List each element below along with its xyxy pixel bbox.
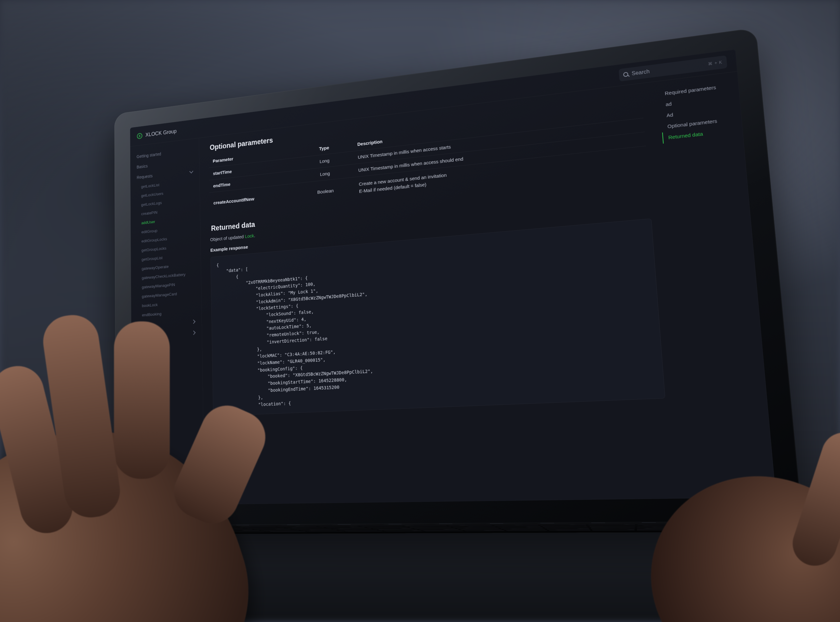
brand-logo-icon: X	[137, 133, 142, 139]
text: Object of updated	[210, 233, 245, 242]
toc-item[interactable]: Optional parameters	[661, 113, 734, 132]
sidebar-footer[interactable]: Powered by GitBook	[132, 487, 205, 502]
sidebar-section-label: Basics	[137, 163, 148, 169]
sidebar-section-label: Getting started	[136, 151, 161, 159]
search-box[interactable]: Search ⌘ + K	[619, 55, 727, 81]
toc-item[interactable]: Ad	[661, 102, 733, 121]
page-toc: Required parametersadAdOptional paramete…	[652, 72, 776, 499]
toc-item[interactable]: Returned data	[662, 125, 735, 143]
search-placeholder: Search	[632, 68, 650, 76]
sidebar-section-label: Examples	[138, 333, 154, 339]
example-response-code[interactable]: { "data": [ { "2xOTRRMkbBeyeeaNbtk1": { …	[211, 218, 666, 416]
chevron-down-icon	[189, 169, 193, 174]
search-shortcut: ⌘ + K	[708, 59, 723, 66]
sidebar: Getting started Basics Requests getLockL…	[130, 138, 205, 506]
sidebar-section-label: Objects	[138, 322, 151, 328]
brand[interactable]: X XLOCK Group	[137, 128, 177, 139]
chevron-right-icon	[192, 319, 195, 324]
sidebar-section-label: Requests	[137, 174, 153, 180]
brand-name: XLOCK Group	[145, 128, 177, 138]
lock-link[interactable]: Lock	[245, 233, 254, 239]
toc-item[interactable]: Required parameters	[658, 80, 731, 99]
book-icon	[139, 493, 143, 497]
sidebar-footer-label: Powered by GitBook	[145, 492, 177, 497]
search-icon	[623, 72, 628, 77]
chevron-right-icon	[192, 331, 195, 335]
text: .	[254, 232, 255, 238]
toc-item[interactable]: ad	[660, 91, 732, 110]
content: Optional parameters Parameter Type Descr…	[199, 82, 684, 505]
